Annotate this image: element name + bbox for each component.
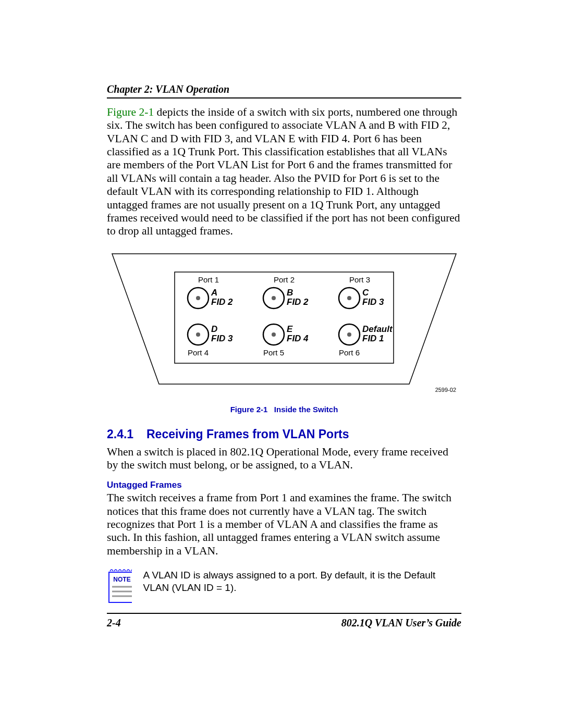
port-1-vlan: A (211, 288, 217, 298)
figure-caption: Figure 2-1 Inside the Switch (107, 405, 461, 414)
section-heading: 2.4.1Receiving Frames from VLAN Ports (107, 427, 461, 441)
port-3-label: Port 3 (349, 275, 370, 284)
port-2-circle (263, 288, 284, 309)
port-1-fid: FID 2 (211, 297, 233, 307)
figure-caption-label: Figure 2-1 (230, 405, 268, 414)
subsection-heading: Untagged Frames (107, 480, 461, 490)
port-2-vlan: B (287, 288, 293, 298)
port-6-fid: FID 1 (362, 334, 384, 343)
svg-point-9 (272, 332, 276, 337)
footer-guide-title: 802.1Q VLAN User’s Guide (341, 617, 461, 629)
svg-point-5 (347, 296, 351, 300)
port-4-vlan: D (211, 324, 217, 334)
running-header: Chapter 2: VLAN Operation (107, 83, 461, 95)
switch-outline (112, 254, 456, 384)
port-6-label: Port 6 (339, 348, 360, 357)
port-4-circle (188, 324, 209, 345)
footer-page-number: 2-4 (107, 617, 121, 629)
port-3-fid: FID 3 (362, 297, 384, 307)
port-5-circle (263, 324, 284, 345)
page: Chapter 2: VLAN Operation Figure 2-1 dep… (0, 0, 563, 728)
port-1-label: Port 1 (198, 275, 219, 284)
svg-point-3 (272, 296, 276, 300)
section-number: 2.4.1 (107, 427, 146, 441)
port-4-fid: FID 3 (211, 334, 233, 343)
svg-point-1 (196, 296, 200, 300)
port-5-vlan: E (287, 324, 293, 334)
switch-diagram: 2599-02 Port 1 A FID 2 Port 2 B FID 2 Po… (107, 249, 461, 400)
svg-point-11 (347, 332, 351, 337)
note-icon: NOTE (107, 568, 132, 604)
header-rule (107, 97, 461, 98)
port-1-circle (188, 288, 209, 309)
page-footer: 2-4 802.1Q VLAN User’s Guide (107, 613, 461, 629)
port-5-label: Port 5 (263, 348, 284, 357)
figure-caption-title: Inside the Switch (274, 405, 338, 414)
figure-2-1: 2599-02 Port 1 A FID 2 Port 2 B FID 2 Po… (107, 249, 461, 414)
diagram-code: 2599-02 (435, 387, 456, 393)
note-block: NOTE A VLAN ID is always assigned to a p… (107, 568, 461, 604)
note-label: NOTE (113, 576, 130, 583)
subsection-body: The switch receives a frame from Port 1 … (107, 491, 461, 558)
port-3-circle (339, 288, 360, 309)
svg-point-7 (196, 332, 200, 337)
port-6-circle (339, 324, 360, 345)
port-6-vlan: Default (362, 324, 393, 334)
figure-reference-link[interactable]: Figure 2-1 (107, 106, 154, 118)
section-intro: When a switch is placed in 802.1Q Operat… (107, 446, 461, 472)
note-text: A VLAN ID is always assigned to a port. … (143, 568, 461, 594)
section-title: Receiving Frames from VLAN Ports (146, 427, 349, 441)
port-2-fid: FID 2 (287, 297, 309, 307)
port-3-vlan: C (362, 288, 369, 298)
port-5-fid: FID 4 (287, 334, 309, 343)
intro-text: depicts the inside of a switch with six … (107, 106, 460, 237)
port-2-label: Port 2 (274, 275, 295, 284)
intro-paragraph: Figure 2-1 depicts the inside of a switc… (107, 106, 461, 238)
port-4-label: Port 4 (188, 348, 209, 357)
